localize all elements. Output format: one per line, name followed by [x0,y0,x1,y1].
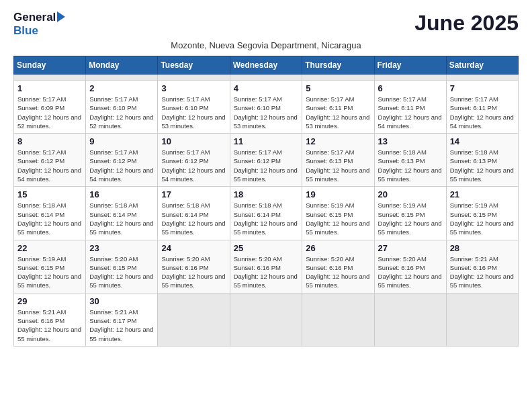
calendar-week-row: 15Sunrise: 5:18 AMSunset: 6:14 PMDayligh… [14,187,519,240]
day-number: 3 [161,83,226,93]
day-number: 15 [17,189,82,199]
calendar-day-cell: 13Sunrise: 5:18 AMSunset: 6:13 PMDayligh… [374,134,446,187]
day-info: Sunrise: 5:17 AMSunset: 6:12 PMDaylight:… [161,148,226,183]
calendar-day-cell [374,293,446,346]
day-number: 19 [306,189,370,199]
calendar-day-cell: 14Sunrise: 5:18 AMSunset: 6:13 PMDayligh… [446,134,518,187]
day-info: Sunrise: 5:21 AMSunset: 6:17 PMDaylight:… [89,308,154,343]
calendar-day-cell: 28Sunrise: 5:21 AMSunset: 6:16 PMDayligh… [446,240,518,293]
day-number: 1 [17,83,82,93]
logo-blue: Blue [13,24,38,37]
day-info: Sunrise: 5:19 AMSunset: 6:15 PMDaylight:… [17,255,82,290]
day-info: Sunrise: 5:18 AMSunset: 6:13 PMDaylight:… [450,148,515,183]
day-number: 17 [161,189,226,199]
calendar-day-cell [230,293,302,346]
day-number: 10 [161,136,226,146]
page-header: General Blue June 2025 [13,11,519,38]
day-number: 18 [234,189,299,199]
day-info: Sunrise: 5:17 AMSunset: 6:10 PMDaylight:… [89,95,154,130]
day-number: 11 [234,136,299,146]
day-number: 9 [89,136,154,146]
day-number: 7 [450,83,515,93]
calendar-day-cell: 23Sunrise: 5:20 AMSunset: 6:15 PMDayligh… [86,240,158,293]
calendar-day-cell [302,293,374,346]
day-number: 28 [450,243,515,253]
calendar-day-cell [158,75,230,81]
calendar-day-cell: 16Sunrise: 5:18 AMSunset: 6:14 PMDayligh… [86,187,158,240]
calendar-day-cell: 24Sunrise: 5:20 AMSunset: 6:16 PMDayligh… [158,240,230,293]
calendar-day-cell: 2Sunrise: 5:17 AMSunset: 6:10 PMDaylight… [86,81,158,134]
calendar-day-cell: 4Sunrise: 5:17 AMSunset: 6:10 PMDaylight… [230,81,302,134]
logo-general: General [13,11,56,24]
day-info: Sunrise: 5:17 AMSunset: 6:10 PMDaylight:… [161,95,226,130]
calendar-day-cell: 1Sunrise: 5:17 AMSunset: 6:09 PMDaylight… [14,81,86,134]
calendar-day-cell: 27Sunrise: 5:20 AMSunset: 6:16 PMDayligh… [374,240,446,293]
day-info: Sunrise: 5:20 AMSunset: 6:16 PMDaylight:… [306,255,370,290]
calendar-day-cell [14,75,86,81]
day-info: Sunrise: 5:18 AMSunset: 6:14 PMDaylight:… [161,201,226,236]
day-number: 23 [89,243,154,253]
col-saturday: Saturday [446,56,518,75]
logo: General Blue [13,11,65,38]
day-number: 4 [234,83,299,93]
calendar-day-cell: 30Sunrise: 5:21 AMSunset: 6:17 PMDayligh… [86,293,158,346]
col-thursday: Thursday [302,56,374,75]
day-number: 27 [378,243,443,253]
calendar-day-cell: 10Sunrise: 5:17 AMSunset: 6:12 PMDayligh… [158,134,230,187]
calendar-day-cell [446,75,518,81]
calendar-day-cell [374,75,446,81]
calendar-day-cell: 20Sunrise: 5:19 AMSunset: 6:15 PMDayligh… [374,187,446,240]
day-number: 12 [306,136,370,146]
day-info: Sunrise: 5:19 AMSunset: 6:15 PMDaylight:… [450,201,515,236]
day-info: Sunrise: 5:20 AMSunset: 6:16 PMDaylight:… [234,255,299,290]
calendar-day-cell: 8Sunrise: 5:17 AMSunset: 6:12 PMDaylight… [14,134,86,187]
calendar-day-cell: 9Sunrise: 5:17 AMSunset: 6:12 PMDaylight… [86,134,158,187]
calendar-day-cell: 25Sunrise: 5:20 AMSunset: 6:16 PMDayligh… [230,240,302,293]
day-number: 22 [17,243,82,253]
calendar-day-cell: 6Sunrise: 5:17 AMSunset: 6:11 PMDaylight… [374,81,446,134]
col-monday: Monday [86,56,158,75]
logo-arrow-icon [57,11,65,22]
calendar-day-cell: 15Sunrise: 5:18 AMSunset: 6:14 PMDayligh… [14,187,86,240]
calendar-week-row: 22Sunrise: 5:19 AMSunset: 6:15 PMDayligh… [14,240,519,293]
calendar-day-cell [158,293,230,346]
calendar-day-cell: 22Sunrise: 5:19 AMSunset: 6:15 PMDayligh… [14,240,86,293]
calendar-day-cell: 5Sunrise: 5:17 AMSunset: 6:11 PMDaylight… [302,81,374,134]
day-info: Sunrise: 5:20 AMSunset: 6:15 PMDaylight:… [89,255,154,290]
calendar-week-row: 8Sunrise: 5:17 AMSunset: 6:12 PMDaylight… [14,134,519,187]
day-number: 20 [378,189,443,199]
month-title: June 2025 [414,11,519,36]
calendar-day-cell [230,75,302,81]
day-info: Sunrise: 5:21 AMSunset: 6:16 PMDaylight:… [450,255,515,290]
calendar-day-cell: 11Sunrise: 5:17 AMSunset: 6:12 PMDayligh… [230,134,302,187]
location-subtitle: Mozonte, Nueva Segovia Department, Nicar… [13,40,519,50]
calendar-day-cell: 19Sunrise: 5:19 AMSunset: 6:15 PMDayligh… [302,187,374,240]
col-friday: Friday [374,56,446,75]
day-info: Sunrise: 5:19 AMSunset: 6:15 PMDaylight:… [378,201,443,236]
day-info: Sunrise: 5:20 AMSunset: 6:16 PMDaylight:… [161,255,226,290]
day-info: Sunrise: 5:17 AMSunset: 6:11 PMDaylight:… [378,95,443,130]
calendar-day-cell: 7Sunrise: 5:17 AMSunset: 6:11 PMDaylight… [446,81,518,134]
day-number: 26 [306,243,370,253]
day-info: Sunrise: 5:18 AMSunset: 6:14 PMDaylight:… [234,201,299,236]
day-number: 5 [306,83,370,93]
calendar-week-row [14,75,519,81]
calendar-header-row: Sunday Monday Tuesday Wednesday Thursday… [14,56,519,75]
day-info: Sunrise: 5:18 AMSunset: 6:14 PMDaylight:… [17,201,82,236]
calendar-day-cell [86,75,158,81]
day-info: Sunrise: 5:17 AMSunset: 6:09 PMDaylight:… [17,95,82,130]
calendar-day-cell: 29Sunrise: 5:21 AMSunset: 6:16 PMDayligh… [14,293,86,346]
calendar-day-cell [446,293,518,346]
day-info: Sunrise: 5:17 AMSunset: 6:12 PMDaylight:… [89,148,154,183]
day-number: 16 [89,189,154,199]
calendar-table: Sunday Monday Tuesday Wednesday Thursday… [13,56,519,347]
day-number: 30 [89,296,154,306]
calendar-day-cell [302,75,374,81]
calendar-day-cell: 21Sunrise: 5:19 AMSunset: 6:15 PMDayligh… [446,187,518,240]
day-info: Sunrise: 5:17 AMSunset: 6:13 PMDaylight:… [306,148,370,183]
day-number: 6 [378,83,443,93]
day-number: 24 [161,243,226,253]
day-info: Sunrise: 5:18 AMSunset: 6:14 PMDaylight:… [89,201,154,236]
day-number: 21 [450,189,515,199]
day-number: 13 [378,136,443,146]
